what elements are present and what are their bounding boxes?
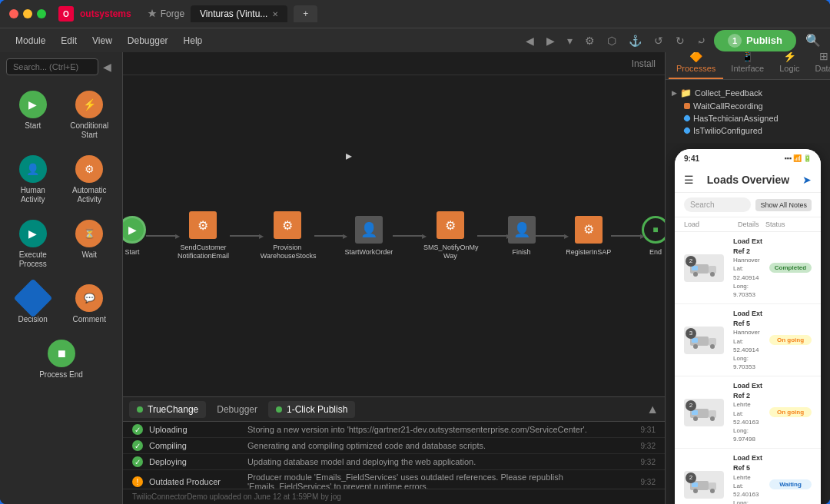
settings-icon[interactable]: ⚙ (580, 32, 599, 50)
nav-forward-button[interactable]: ▶ (542, 32, 559, 50)
install-link[interactable]: Install (632, 58, 656, 69)
col-details: Details (738, 220, 765, 228)
tab-logic[interactable]: ⚡ Logic (772, 52, 807, 79)
tree-item-istwilio[interactable]: IsTwilioConfigured (672, 124, 824, 137)
wf-node-registerinsap[interactable]: ⚙ RegisterInSAP (566, 216, 611, 257)
show-all-notes-button[interactable]: Show All Notes (755, 199, 812, 211)
forge-button[interactable]: Forge (147, 8, 184, 19)
tab-1click-publish[interactable]: 1-Click Publish (268, 401, 355, 418)
history-button[interactable]: ⤾ (692, 32, 711, 50)
tool-human-activity[interactable]: 👤 Human Activity (6, 149, 60, 211)
phone-search-input[interactable]: Search (684, 197, 751, 212)
redo-button[interactable]: ↻ (671, 32, 689, 50)
wf-node-provision[interactable]: ⚙ Provision WarehouseStocks (261, 211, 314, 260)
phone-time: 9:41 (684, 154, 699, 163)
active-tab[interactable]: Vinturas (Vintu... ✕ (191, 5, 287, 22)
anchor-icon[interactable]: ⚓ (624, 32, 646, 50)
search-icon[interactable]: 🔍 (805, 33, 821, 48)
end-node-circle: ■ (642, 216, 665, 244)
col-load: Load (684, 220, 738, 228)
undo-button[interactable]: ↺ (649, 32, 668, 50)
wf-node-sendcustomer[interactable]: ⚙ SendCustomer NotificationEmail (177, 211, 230, 260)
load-lat: Lat: 52.40163 (733, 410, 766, 426)
log-row: ✓ Uploading Storing a new version into '… (123, 422, 665, 438)
hamburger-icon[interactable]: ☰ (684, 174, 694, 186)
close-button[interactable] (9, 9, 18, 18)
wf-node-startworkorder[interactable]: 👤 StartWorkOrder (344, 216, 393, 257)
add-tab-label: + (303, 8, 308, 19)
tool-wait[interactable]: ⏳ Wait (63, 214, 117, 275)
wf-node-start[interactable]: ▶ Start (123, 216, 146, 257)
right-panel: 🔶 Processes 📱 Interface ⚡ Logic ⊞ (665, 52, 830, 504)
forge-label: Forge (161, 8, 184, 19)
start-node-circle: ▶ (123, 216, 146, 244)
tool-process-end[interactable]: ⏹ Process End (6, 333, 116, 386)
nav-dropdown-button[interactable]: ▾ (563, 32, 577, 50)
wf-node-smsnotify[interactable]: ⚙ SMS_NotifyOnMy Way (423, 211, 477, 260)
new-tab-button[interactable]: + (294, 5, 317, 22)
maximize-button[interactable] (37, 9, 46, 18)
menu-debugger[interactable]: Debugger (121, 32, 174, 49)
workflow-canvas[interactable]: ▸ ▶ Start (123, 75, 665, 396)
load-item[interactable]: 2 Load Ext Ref 2 Lehrte Lat: 52.40163 Lo… (675, 376, 821, 449)
load-status: On going (769, 335, 812, 345)
tab-truechange[interactable]: TrueChange (129, 401, 206, 418)
minimize-button[interactable] (23, 9, 32, 18)
tool-decision[interactable]: Decision (6, 278, 60, 330)
blue-diamond-icon (682, 114, 691, 122)
menu-view[interactable]: View (86, 32, 118, 49)
smsnotify-node-label: SMS_NotifyOnMy Way (423, 244, 477, 260)
install-bar: Install (123, 52, 665, 75)
send-icon[interactable]: ➤ (802, 174, 812, 186)
battery-icon: 🔋 (803, 154, 812, 162)
toolbox-collapse-button[interactable]: ◀ (101, 59, 113, 75)
menu-edit[interactable]: Edit (55, 32, 83, 49)
tab-debugger[interactable]: Debugger (209, 401, 265, 418)
load-item[interactable]: 3 Load Ext Ref 5 Hannover Lat: 52.40914 … (675, 304, 821, 376)
log-time: 9:32 (641, 442, 656, 450)
wf-node-finish[interactable]: 👤 Finish (508, 216, 536, 257)
tree-item-waitcallrecording[interactable]: WaitCallRecording (672, 100, 824, 112)
bottom-panel: TrueChange Debugger 1-Click Publish ▲ (123, 396, 665, 504)
phone-status-bar: 9:41 ▪▪▪ 📶 🔋 (675, 149, 821, 167)
tree-item-hastechician[interactable]: HasTechicianAssigned (672, 112, 824, 124)
log-status-icon: ✓ (132, 456, 143, 467)
phone-app-title: Loads Overview (707, 174, 789, 186)
tool-conditional-start[interactable]: ⚡ Conditional Start (63, 85, 117, 146)
bottom-expand-button[interactable]: ▲ (646, 403, 659, 416)
interface-label: Interface (731, 64, 764, 73)
svg-rect-19 (692, 482, 698, 487)
log-message: Storing a new version into 'https://gart… (247, 425, 635, 434)
svg-point-2 (693, 272, 698, 277)
wf-node-end[interactable]: ■ End (642, 216, 665, 257)
log-time: 9:32 (641, 458, 656, 466)
load-item[interactable]: 2 Load Ext Ref 2 Hannover Lat: 52.40914 … (675, 232, 821, 304)
load-badge: 2 (686, 400, 696, 411)
publish-button[interactable]: 1 Publish (714, 30, 796, 51)
tool-comment-label: Comment (73, 315, 106, 324)
registerinsap-node-label: RegisterInSAP (566, 248, 611, 257)
tool-comment[interactable]: 💬 Comment (63, 278, 117, 330)
sendcustomer-node-icon: ⚙ (189, 211, 217, 239)
main-layout: ◀ ▶ Start ⚡ Conditional Start (0, 52, 830, 504)
processes-label: Processes (676, 64, 715, 73)
connect-icon[interactable]: ⬡ (603, 32, 621, 50)
nav-back-button[interactable]: ◀ (521, 32, 539, 50)
tool-start[interactable]: ▶ Start (6, 85, 60, 146)
tab-interface[interactable]: 📱 Interface (723, 52, 772, 79)
tab-close-button[interactable]: ✕ (272, 10, 278, 18)
svg-point-13 (710, 416, 715, 421)
load-item[interactable]: 2 Load Ext Ref 5 Lehrte Lat: 52.40163 Lo… (675, 449, 821, 504)
tool-automatic-activity[interactable]: ⚙ Automatic Activity (63, 149, 117, 211)
tool-execute-process[interactable]: ▶ Execute Process (6, 214, 60, 275)
menu-module[interactable]: Module (9, 32, 51, 49)
tab-data[interactable]: ⊞ Data (807, 52, 830, 79)
tab-processes[interactable]: 🔶 Processes (669, 52, 723, 79)
tree-item-collect-feedback[interactable]: ▶ 📁 Collect_Feedback (672, 86, 824, 100)
decision-icon (13, 279, 52, 318)
search-input[interactable] (6, 58, 98, 75)
load-badge: 3 (686, 328, 696, 339)
menu-help[interactable]: Help (178, 32, 209, 49)
log-label: Uploading (149, 425, 241, 434)
connector-7 (611, 235, 642, 237)
